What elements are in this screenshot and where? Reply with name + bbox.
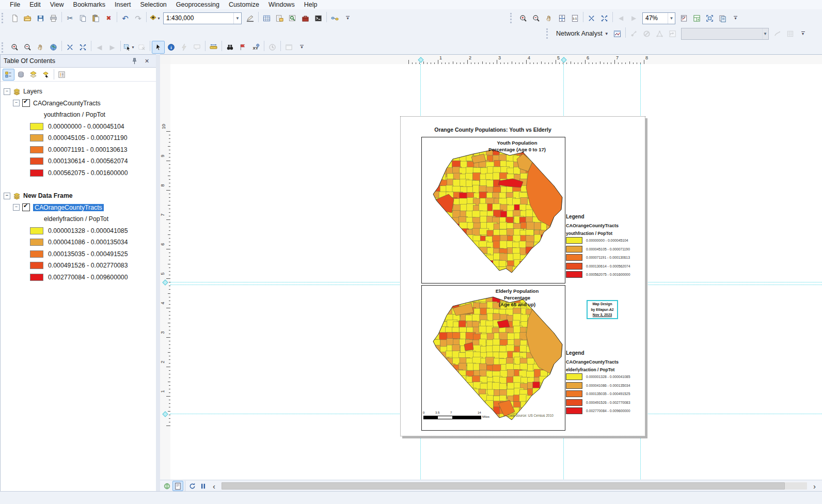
legend-class-row[interactable]: 0.000491526 - 0.002770083 [1, 260, 156, 272]
scale-bar[interactable]: 0 3.5 7 14 Miles [423, 411, 501, 421]
data-frame-layers[interactable]: − Layers [1, 86, 156, 98]
legend-class-row[interactable]: 0.000071191 - 0.000130613 [1, 144, 156, 156]
layout-zoom-combo[interactable]: ▼ [642, 12, 675, 24]
undo-button[interactable]: ↶ [119, 12, 132, 25]
collapse-icon[interactable]: − [4, 193, 10, 199]
guide-marker[interactable] [162, 411, 168, 417]
legend-class-row[interactable]: 0.000130614 - 0.000562074 [1, 155, 156, 167]
zoom-in-button[interactable] [517, 12, 530, 25]
zoom-100-button[interactable]: 1:1 [568, 12, 581, 25]
zoom-fixed-in-button[interactable] [585, 12, 598, 25]
full-extent-button[interactable] [47, 41, 60, 54]
attribute-table-button[interactable] [260, 12, 273, 25]
scroll-right-button[interactable]: › [809, 481, 820, 491]
overflow-button[interactable]: ▾ [729, 12, 742, 25]
catalog-window-button[interactable] [273, 12, 286, 25]
pan-button[interactable] [543, 12, 556, 25]
map-scale-input[interactable] [164, 14, 233, 22]
map-title-youth[interactable]: Youth Population Percentage (Age 0 to 17… [469, 140, 565, 153]
menu-file[interactable]: File [5, 1, 25, 8]
legend-class-row[interactable]: 0.000562075 - 0.001600000 [1, 167, 156, 179]
layout-page[interactable]: Orange County Populations: Youth vs Elde… [400, 116, 645, 436]
toggle-draft-mode-button[interactable] [677, 12, 690, 25]
choropleth-map-youth[interactable] [422, 137, 565, 283]
network-analyst-menu[interactable]: Network Analyst [553, 30, 605, 37]
layer-checkbox[interactable] [22, 99, 30, 107]
toc-title-bar[interactable]: Table Of Contents × [1, 55, 156, 68]
select-features-button[interactable]: ▾ [122, 41, 135, 54]
select-elements-button[interactable] [152, 41, 165, 54]
change-layout-button[interactable] [690, 12, 703, 25]
print-button[interactable] [47, 12, 60, 25]
collapse-icon[interactable]: − [13, 100, 20, 106]
add-data-button[interactable]: ▾ [148, 12, 161, 25]
zoom-out-button[interactable] [21, 41, 34, 54]
guide-marker[interactable] [162, 279, 168, 285]
measure-button[interactable] [207, 41, 220, 54]
new-document-button[interactable] [8, 12, 21, 25]
zoom-out-button[interactable] [530, 12, 543, 25]
pin-icon[interactable] [129, 55, 140, 67]
copy-button[interactable] [76, 12, 89, 25]
pan-button[interactable] [34, 41, 47, 54]
legend-class-row[interactable]: 0.000041086 - 0.000135034 [1, 237, 156, 248]
toc-options-button[interactable] [56, 69, 68, 81]
scroll-left-button[interactable]: ‹ [209, 481, 219, 491]
layer-checkbox[interactable] [22, 203, 30, 211]
list-by-source-button[interactable] [15, 69, 27, 81]
list-by-visibility-button[interactable] [27, 69, 39, 81]
menu-view[interactable]: View [45, 1, 69, 8]
focus-data-frame-button[interactable] [703, 12, 716, 25]
search-window-button[interactable] [286, 12, 299, 25]
cut-button[interactable]: ✂ [64, 12, 76, 25]
panel-splitter[interactable] [156, 54, 160, 492]
go-to-xy-button[interactable]: XY [249, 41, 262, 54]
toolbar-grip[interactable] [2, 13, 6, 23]
map-title-elderly[interactable]: Elderly Population Percentage (Age 65 an… [469, 288, 565, 308]
data-driven-pages-button[interactable] [716, 12, 729, 25]
legend-youth[interactable]: Legend CAOrangeCountyTracts youthfractio… [566, 214, 644, 279]
menu-geoprocessing[interactable]: Geoprocessing [171, 1, 224, 8]
toolbar-grip[interactable] [2, 42, 6, 53]
data-view-button[interactable] [162, 481, 172, 491]
legend-class-row[interactable]: 0.002770084 - 0.009600000 [1, 272, 156, 284]
menu-windows[interactable]: Windows [264, 1, 299, 8]
data-frame-youth[interactable]: Youth Population Percentage (Age 0 to 17… [421, 137, 565, 284]
find-route-button[interactable] [236, 41, 249, 54]
layer-item-selected[interactable]: − CAOrangeCountyTracts [1, 202, 156, 214]
horizontal-scrollbar[interactable] [222, 482, 807, 490]
data-frame-new-data-frame[interactable]: − New Data Frame [1, 190, 156, 202]
guide-marker[interactable] [561, 57, 566, 62]
arctoolbox-button[interactable] [299, 12, 312, 25]
pause-button[interactable] [198, 481, 209, 491]
chevron-down-icon[interactable]: ▼ [668, 13, 675, 24]
zoom-fixed-in-button[interactable] [64, 41, 76, 54]
menu-edit[interactable]: Edit [25, 1, 45, 8]
zoom-fixed-out-button[interactable] [598, 12, 611, 25]
legend-class-row[interactable]: 0.000045105 - 0.000071190 [1, 132, 156, 144]
modelbuilder-button[interactable] [328, 12, 341, 25]
chevron-down-icon[interactable]: ▼ [233, 13, 241, 24]
legend-class-row[interactable]: 0.000135035 - 0.000491525 [1, 248, 156, 260]
scrollbar-thumb[interactable] [222, 482, 785, 490]
layout-zoom-input[interactable] [643, 14, 668, 22]
menu-insert[interactable]: Insert [110, 1, 135, 8]
editor-button[interactable] [244, 12, 257, 25]
save-button[interactable] [34, 12, 47, 25]
map-scale-combo[interactable]: ▼ [163, 12, 242, 24]
menu-customize[interactable]: Customize [224, 1, 264, 8]
open-folder-button[interactable] [21, 12, 34, 25]
zoom-in-button[interactable] [8, 41, 21, 54]
overflow-button[interactable]: ▾ [341, 12, 354, 25]
layer-item[interactable]: − CAOrangeCountyTracts [1, 98, 156, 109]
overflow-button[interactable]: ▾ [295, 41, 308, 54]
identify-button[interactable]: i [165, 41, 178, 54]
paste-button[interactable] [89, 12, 102, 25]
menu-selection[interactable]: Selection [135, 1, 171, 8]
map-design-textbox[interactable]: Map Design by Etlapur-A2 Nov 3, 2023 [587, 300, 618, 319]
list-by-selection-button[interactable] [40, 69, 52, 81]
legend-elderly[interactable]: Legend CAOrangeCountyTracts elderlyfract… [566, 350, 644, 415]
collapse-icon[interactable]: − [4, 88, 10, 95]
menu-help[interactable]: Help [299, 1, 322, 8]
close-icon[interactable]: × [141, 55, 153, 67]
